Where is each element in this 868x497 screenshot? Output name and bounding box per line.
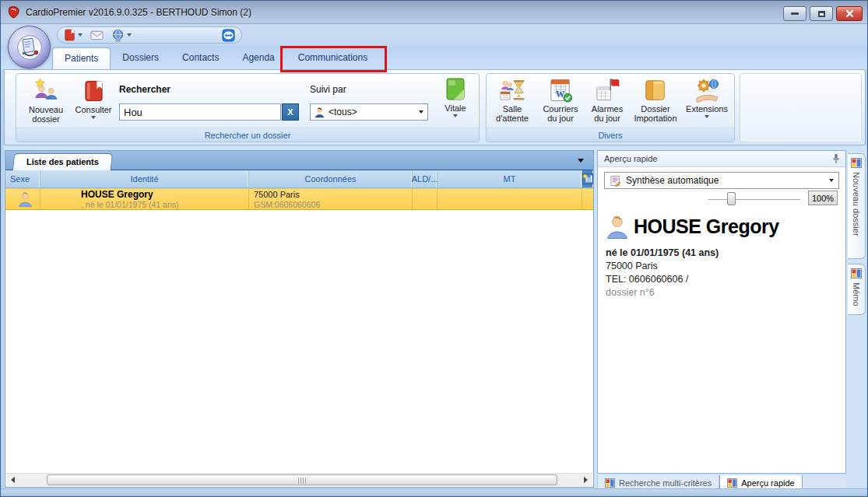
patient-avatar-icon <box>606 214 629 240</box>
clipboard-stethoscope-icon <box>16 34 43 61</box>
preview-patient-name: HOUSE Gregory <box>634 215 779 238</box>
zoom-slider-track[interactable] <box>708 199 800 200</box>
side-tab-label: Mémo <box>852 282 861 306</box>
new-dossier-label: Nouveau dossier <box>23 105 69 124</box>
new-dossier-button[interactable]: Nouveau dossier <box>23 77 69 124</box>
daily-mail-icon: W <box>549 76 573 104</box>
pin-icon[interactable] <box>831 153 841 164</box>
window-panel-icon <box>851 158 862 168</box>
arrow-left-icon <box>11 477 15 483</box>
clear-search-button[interactable]: X <box>282 103 299 121</box>
row-patient-birth: , né le 01/01/1975 (41 ans) <box>81 200 248 209</box>
envelope-icon <box>90 30 104 40</box>
side-tab-memo[interactable]: Mémo <box>848 264 866 315</box>
quick-preview-panel: Aperçu rapide Synthèse automatique 100% … <box>597 150 846 474</box>
minimize-button[interactable] <box>783 6 807 21</box>
zoom-slider-thumb[interactable] <box>727 192 736 205</box>
column-header-sexe[interactable]: Sexe <box>5 170 40 187</box>
search-input[interactable] <box>119 103 281 121</box>
consult-button[interactable]: Consulter <box>72 77 114 119</box>
horizontal-scrollbar[interactable] <box>6 473 592 486</box>
tab-communications[interactable]: Communications <box>286 47 379 69</box>
row-coordinates-cell: 75000 Paris GSM:0606060606 <box>249 189 413 209</box>
ribbon: Nouveau dossier Consulter Rechercher X S… <box>4 69 866 145</box>
remote-support-button[interactable] <box>222 29 235 42</box>
window-panel-icon <box>605 478 615 488</box>
red-book-icon <box>83 77 104 105</box>
extensions-label: Extensions <box>686 104 728 114</box>
dropdown-caret-icon <box>453 114 458 117</box>
followed-by-label: Suivi par <box>310 84 346 95</box>
vitale-button[interactable]: Vitale <box>435 75 476 117</box>
preview-header: Aperçu rapide <box>598 151 845 167</box>
quick-access-toolbar <box>57 26 242 44</box>
tab-patients[interactable]: Patients <box>52 47 111 69</box>
search-label: Rechercher <box>119 84 170 95</box>
group-caption-divers[interactable]: Divers <box>487 128 734 142</box>
dropdown-arrow-icon <box>419 110 423 114</box>
ribbon-group-search: Nouveau dossier Consulter Rechercher X S… <box>16 73 480 142</box>
application-menu-button[interactable] <box>8 26 51 68</box>
restore-icon <box>818 11 825 17</box>
scroll-right-button[interactable] <box>579 474 592 486</box>
quick-mail-button[interactable] <box>90 30 104 40</box>
daily-alarms-button[interactable]: Alarmes du jour <box>586 76 628 123</box>
patient-list-panel: Liste des patients Sexe Identité Coordon… <box>5 150 594 488</box>
title-bar: CardioPremier v2016.9.0.325 - BERTHOUD S… <box>1 1 868 24</box>
red-book-icon <box>64 29 76 41</box>
quick-dossier-button[interactable] <box>64 29 83 41</box>
dropdown-arrow-icon <box>829 179 834 182</box>
ribbon-empty-area <box>740 73 862 142</box>
patient-avatar-icon <box>18 191 33 208</box>
row-patient-address: 75000 Paris <box>254 190 412 200</box>
vitale-card-icon <box>445 75 466 103</box>
app-window: CardioPremier v2016.9.0.325 - BERTHOUD S… <box>0 0 868 497</box>
teamviewer-icon <box>222 29 235 42</box>
waiting-room-label: Salle d'attente <box>490 104 535 123</box>
ribbon-group-divers: Salle d'attente W Courriers du jour Alar… <box>486 73 735 142</box>
import-folder-button[interactable]: Dossier Importation <box>631 76 680 123</box>
window-title: CardioPremier v2016.9.0.325 - BERTHOUD S… <box>26 7 251 18</box>
daily-alarms-icon <box>596 76 620 104</box>
waiting-room-icon <box>498 76 526 104</box>
person-icon <box>315 107 325 118</box>
tab-agenda[interactable]: Agenda <box>230 47 286 69</box>
group-caption-search[interactable]: Rechercher un dossier <box>16 128 479 142</box>
tab-contacts[interactable]: Contacts <box>170 47 230 69</box>
row-patient-name: HOUSE Gregory <box>81 190 248 200</box>
close-icon <box>845 9 854 18</box>
import-folder-icon <box>644 76 667 104</box>
close-button[interactable] <box>836 6 863 21</box>
app-heart-icon <box>7 5 21 19</box>
quick-web-button[interactable] <box>111 29 132 42</box>
side-tab-nouveau-dossier[interactable]: Nouveau dossier <box>848 153 866 259</box>
vitale-label: Vitale <box>445 103 466 113</box>
tab-dossiers[interactable]: Dossiers <box>111 47 170 69</box>
row-ald-cell <box>413 189 438 209</box>
column-chooser-button[interactable] <box>582 170 593 187</box>
table-header: Sexe Identité Coordonnées ALD/... MT <box>5 170 593 188</box>
scrollbar-thumb[interactable] <box>47 474 557 485</box>
followed-by-dropdown[interactable]: <tous> <box>310 103 428 121</box>
daily-mail-button[interactable]: W Courriers du jour <box>538 76 583 123</box>
waiting-room-button[interactable]: Salle d'attente <box>490 76 535 123</box>
column-header-identite[interactable]: Identité <box>40 170 249 187</box>
daily-alarms-label: Alarmes du jour <box>586 104 628 123</box>
column-header-mt[interactable]: MT <box>438 170 582 187</box>
preview-patient-birth: né le 01/01/1975 (41 ans) <box>606 247 838 258</box>
restore-button[interactable] <box>810 6 833 21</box>
zoom-level-button[interactable]: 100% <box>808 191 838 205</box>
table-row[interactable]: HOUSE Gregory , né le 01/01/1975 (41 ans… <box>5 188 593 210</box>
column-header-ald[interactable]: ALD/... <box>413 170 438 187</box>
synthesis-mode-dropdown[interactable]: Synthèse automatique <box>604 172 839 189</box>
extensions-button[interactable]: Extensions <box>683 76 731 118</box>
tab-label: Aperçu rapide <box>741 478 795 488</box>
globe-icon <box>111 29 125 42</box>
preview-patient-address: 75000 Paris <box>606 261 838 271</box>
preview-title: Aperçu rapide <box>604 154 658 163</box>
tab-liste-des-patients[interactable]: Liste des patients <box>12 153 113 170</box>
column-header-coordonnees[interactable]: Coordonnées <box>249 170 413 187</box>
scroll-left-button[interactable] <box>6 474 19 486</box>
dropdown-caret-icon <box>127 33 132 37</box>
list-options-dropdown-icon[interactable] <box>578 159 584 163</box>
